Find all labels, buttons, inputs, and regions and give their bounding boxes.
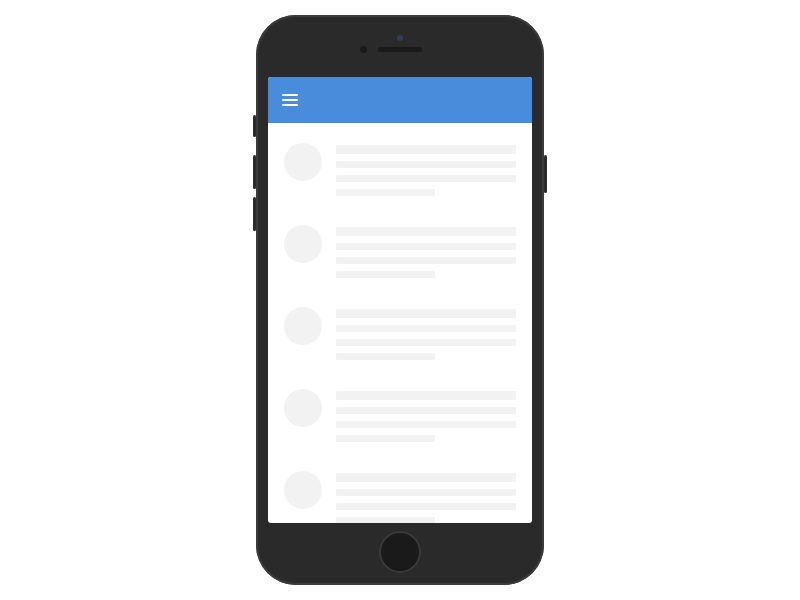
line-placeholder (336, 325, 516, 332)
list-item[interactable] (284, 137, 516, 219)
content-list[interactable] (268, 123, 532, 523)
text-placeholder (336, 143, 516, 203)
text-placeholder (336, 225, 516, 285)
avatar-placeholder (284, 143, 322, 181)
line-placeholder (336, 243, 516, 250)
volume-up-button (253, 155, 256, 189)
line-placeholder (336, 407, 516, 414)
avatar-placeholder (284, 225, 322, 263)
line-placeholder (336, 271, 435, 278)
line-placeholder (336, 339, 516, 346)
home-button[interactable] (379, 531, 421, 573)
hamburger-icon (282, 104, 298, 106)
line-placeholder (336, 161, 516, 168)
title-placeholder (336, 309, 516, 318)
phone-frame (256, 15, 544, 585)
speaker-icon (378, 47, 422, 52)
title-placeholder (336, 473, 516, 482)
menu-button[interactable] (282, 94, 298, 106)
list-item[interactable] (284, 465, 516, 523)
line-placeholder (336, 353, 435, 360)
line-placeholder (336, 517, 435, 523)
avatar-placeholder (284, 471, 322, 509)
title-placeholder (336, 145, 516, 154)
text-placeholder (336, 389, 516, 449)
line-placeholder (336, 189, 435, 196)
list-item[interactable] (284, 383, 516, 465)
line-placeholder (336, 503, 516, 510)
line-placeholder (336, 421, 516, 428)
line-placeholder (336, 175, 516, 182)
power-button (544, 155, 547, 193)
line-placeholder (336, 257, 516, 264)
front-camera-icon (360, 46, 367, 53)
avatar-placeholder (284, 307, 322, 345)
list-item[interactable] (284, 219, 516, 301)
app-bar (268, 77, 532, 123)
hamburger-icon (282, 94, 298, 96)
silent-switch (253, 115, 256, 137)
title-placeholder (336, 391, 516, 400)
text-placeholder (336, 471, 516, 523)
title-placeholder (336, 227, 516, 236)
line-placeholder (336, 435, 435, 442)
list-item[interactable] (284, 301, 516, 383)
screen (268, 77, 532, 523)
sensor-icon (397, 35, 403, 41)
avatar-placeholder (284, 389, 322, 427)
text-placeholder (336, 307, 516, 367)
line-placeholder (336, 489, 516, 496)
hamburger-icon (282, 99, 298, 101)
volume-down-button (253, 197, 256, 231)
